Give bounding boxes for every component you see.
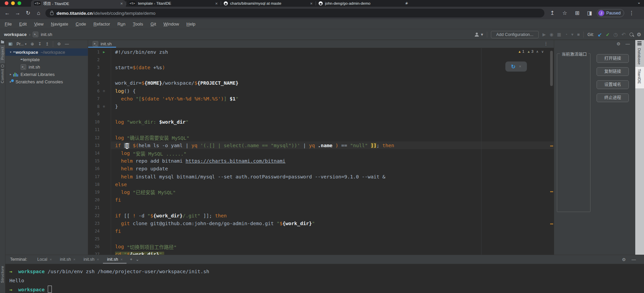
code-link[interactable]: https://charts.bitnami.com/bitnami <box>186 158 286 164</box>
tab-close-icon[interactable]: × <box>50 257 52 261</box>
expand-all-icon[interactable]: ↧ <box>38 42 41 46</box>
coverage-icon[interactable]: ▦ <box>557 32 561 37</box>
locate-file-icon[interactable]: ⊕ <box>31 42 34 46</box>
terminal-tab[interactable]: init.sh× <box>56 255 79 264</box>
run-line-icon[interactable]: ▶ <box>100 50 108 54</box>
menu-file[interactable]: File <box>1 22 15 27</box>
fold-open-icon[interactable]: ⊖ <box>100 89 108 93</box>
code-line[interactable]: 20fi <box>88 196 554 204</box>
menu-refactor[interactable]: Refactor <box>90 22 114 27</box>
code-line[interactable]: 18else <box>88 180 554 188</box>
code-line[interactable]: 11 <box>88 126 554 134</box>
menu-navigate[interactable]: Navigate <box>47 22 72 27</box>
terminal-tab[interactable]: init.sh× <box>103 255 127 264</box>
bookmark-star-icon[interactable]: ☆ <box>560 10 570 16</box>
tab-close-icon[interactable]: × <box>120 257 122 261</box>
debug-icon[interactable]: ◉ <box>549 32 553 37</box>
terminal-tab[interactable]: init.sh× <box>79 255 103 264</box>
menu-window[interactable]: Window <box>160 22 183 27</box>
terminal-output[interactable]: → workspace /usr/bin/env zsh /home/proje… <box>5 264 644 293</box>
hide-panel-icon[interactable]: — <box>632 257 636 262</box>
project-view-selector[interactable]: Pr... <box>16 42 24 46</box>
scrollbar-warning-mark[interactable] <box>550 223 553 224</box>
git-commit-icon[interactable]: ✓ <box>606 32 610 37</box>
tree-item[interactable]: ▸External Libraries <box>5 71 88 78</box>
tool-tab-titanide[interactable]: TitanIDE <box>637 69 641 84</box>
breadcrumb-file[interactable]: init.sh <box>41 32 52 37</box>
gear-icon[interactable]: ⚙ <box>57 42 61 46</box>
code-line[interactable]: 25 <box>88 235 554 243</box>
gear-icon[interactable]: ⚙ <box>622 257 626 262</box>
code-line[interactable]: 9 <box>88 111 554 118</box>
code-line[interactable]: 19 log "已经安装 MySQL" <box>88 188 554 196</box>
collapse-all-icon[interactable]: ↥ <box>45 42 49 46</box>
tab-close-icon[interactable]: × <box>215 1 218 6</box>
next-problem-icon[interactable]: ∨ <box>541 50 544 53</box>
browser-tab[interactable]: <t>项目 - TitanIDE× <box>31 0 126 7</box>
code-line[interactable]: 26log "切换到项目工作路径" <box>88 243 554 251</box>
code-line[interactable]: 23 git clone git@github.com:john-deng/go… <box>88 219 554 227</box>
terminal-tab[interactable]: Local× <box>33 255 56 264</box>
tool-tab-project[interactable]: Project <box>0 47 4 60</box>
code-line[interactable]: 10log "work_dir: $work_dir" <box>88 118 554 126</box>
hide-panel-icon[interactable]: — <box>625 41 630 46</box>
scrollbar-warning-mark[interactable] <box>550 191 553 192</box>
new-terminal-icon[interactable]: + <box>130 257 132 262</box>
zoom-window-icon[interactable] <box>17 1 21 5</box>
menu-view[interactable]: View <box>30 22 47 27</box>
code-line[interactable]: 1▶#!/usr/bin/env zsh <box>88 48 554 56</box>
lock-icon[interactable] <box>50 12 53 15</box>
inspections-widget[interactable]: ▲ 1 ▲ 3 ∧ ∨ <box>518 49 544 53</box>
code-line[interactable]: 13if [[ $(helm ls -o yaml | yq '(.[] | s… <box>88 141 554 149</box>
code-line[interactable]: 8⊕} <box>88 102 554 110</box>
git-history-icon[interactable]: ◷ <box>613 32 618 38</box>
git-update-icon[interactable]: ↙ <box>598 32 602 38</box>
browser-tab[interactable]: charts/bitnami/mysql at maste× <box>221 0 316 7</box>
code-line[interactable]: 5work_dir=${HOME}/workspace/${PROJECT_NA… <box>88 79 554 87</box>
port-action-button[interactable]: 打开链接 <box>597 54 629 63</box>
back-icon[interactable]: ← <box>2 10 12 16</box>
port-action-button[interactable]: 终止进程 <box>597 93 629 102</box>
refresh-icon[interactable]: ↻ <box>511 64 515 70</box>
user-icon[interactable] <box>475 33 479 37</box>
minimize-window-icon[interactable] <box>11 1 15 5</box>
code-line[interactable]: 17 helm install mysql bitnami/mysql --se… <box>88 173 554 180</box>
terminal-dropdown-icon[interactable]: ⌄ <box>136 257 139 262</box>
menu-edit[interactable]: Edit <box>15 22 30 27</box>
tool-tab-database[interactable]: Database <box>637 48 641 65</box>
code-line[interactable]: 22if [[ ! -d "${work_dir}/.git" ]]; then <box>88 212 554 219</box>
code-line[interactable]: 15 helm repo add bitnami https://charts.… <box>88 157 554 165</box>
profile-chip[interactable]: J Paused <box>597 9 624 17</box>
code-line[interactable]: 21 <box>88 204 554 212</box>
tool-tab-structure[interactable]: Structure <box>0 266 4 283</box>
tab-close-icon[interactable]: × <box>310 1 313 6</box>
forward-icon[interactable]: → <box>12 10 23 16</box>
editor-scrollbar[interactable] <box>550 51 553 86</box>
menu-code[interactable]: Code <box>72 22 90 27</box>
port-action-button[interactable]: 设置域名 <box>597 80 629 89</box>
user-dropdown-icon[interactable]: ▾ <box>481 32 483 37</box>
code-line[interactable]: 16 helm repo update <box>88 165 554 173</box>
code-line[interactable]: 7 echo "[$(date '+%Y-%m-%d %H:%M.%S')] $… <box>88 95 554 102</box>
scrollbar-warning-mark[interactable] <box>550 145 553 146</box>
search-icon[interactable] <box>630 33 633 36</box>
close-icon[interactable]: × <box>519 64 521 69</box>
new-tab-button[interactable]: + <box>404 0 410 6</box>
tab-close-icon[interactable]: × <box>73 257 75 261</box>
stop-icon[interactable]: ■ <box>577 32 580 37</box>
home-icon[interactable]: ⌂ <box>33 10 44 16</box>
tree-item[interactable]: ▾workspace~/workspace <box>5 48 88 56</box>
tab-search-chevron-icon[interactable]: ⌄ <box>637 0 641 5</box>
gear-icon[interactable]: ⚙ <box>616 41 620 46</box>
code-line[interactable]: 3start=$(date +%s) <box>88 64 554 71</box>
reload-icon[interactable]: ↻ <box>23 10 33 16</box>
chevron-down-icon[interactable]: ▾ <box>8 50 13 54</box>
share-icon[interactable]: ↥ <box>547 10 558 16</box>
code-line[interactable]: 27cd "${work_dir}" <box>88 251 554 255</box>
code-line[interactable]: 24fi <box>88 227 554 235</box>
extensions-icon[interactable]: ⊞ <box>572 10 582 16</box>
tree-item[interactable]: >_init.sh <box>5 63 88 71</box>
menu-help[interactable]: Help <box>183 22 199 27</box>
editor-options-kebab-icon[interactable]: ⋮ <box>544 41 548 46</box>
code-line[interactable]: 6⊖log() { <box>88 87 554 95</box>
